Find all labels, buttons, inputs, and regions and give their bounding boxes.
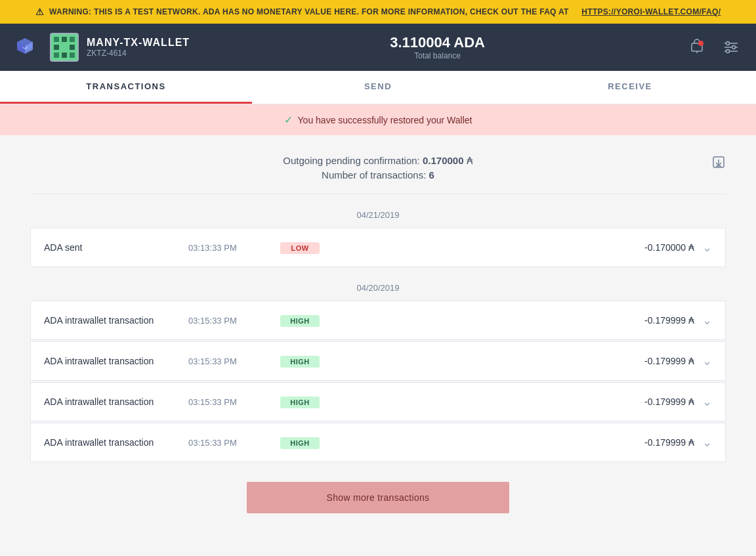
tx-type: ADA sent <box>44 242 188 253</box>
tx-badge-container: LOW <box>280 242 346 254</box>
svg-point-18 <box>726 50 730 53</box>
success-banner: ✓ You have successfully restored your Wa… <box>0 104 756 135</box>
show-more-container: Show more transactions <box>30 482 726 513</box>
tx-count-info: Number of transactions: 6 <box>322 169 434 181</box>
tx-time: 03:15:33 PM <box>188 438 280 448</box>
confidence-badge: HIGH <box>280 315 320 327</box>
confidence-badge: HIGH <box>280 356 320 368</box>
tx-badge-container: HIGH <box>280 355 346 368</box>
svg-rect-9 <box>70 53 75 58</box>
balance-amount: 3.110004 ADA <box>190 34 685 51</box>
export-button[interactable] <box>711 155 726 171</box>
confidence-badge: HIGH <box>280 437 320 449</box>
svg-rect-5 <box>62 45 67 50</box>
header: MANY-TX-WALLET ZKTZ-4614 3.110004 ADA To… <box>0 24 756 71</box>
tx-time: 03:15:33 PM <box>188 397 280 407</box>
header-icons <box>685 35 743 59</box>
tx-type: ADA intrawallet transaction <box>44 437 188 448</box>
tx-amount: -0.170000 ₳ <box>346 242 702 253</box>
tx-amount: -0.179999 ₳ <box>346 315 702 326</box>
expand-chevron[interactable]: ⌄ <box>702 435 712 450</box>
confidence-badge: HIGH <box>280 396 320 408</box>
wallet-avatar <box>50 33 79 62</box>
tx-time: 03:13:33 PM <box>188 243 280 253</box>
tab-receive[interactable]: RECEIVE <box>504 71 756 104</box>
pending-amount: 0.170000 <box>423 155 464 166</box>
transaction-summary: Outgoing pending confirmation: 0.170000 … <box>30 155 726 181</box>
tx-time: 03:15:33 PM <box>188 316 280 326</box>
tx-amount: -0.179999 ₳ <box>346 356 702 366</box>
wallet-info: MANY-TX-WALLET ZKTZ-4614 <box>87 37 190 58</box>
tx-amount: -0.179999 ₳ <box>346 437 702 448</box>
transaction-row[interactable]: ADA intrawallet transaction 03:15:33 PM … <box>30 382 726 421</box>
tx-type: ADA intrawallet transaction <box>44 356 188 366</box>
settings-button[interactable] <box>719 35 743 59</box>
ada-symbol: ₳ <box>688 315 694 326</box>
balance-label: Total balance <box>190 51 685 60</box>
tx-badge-container: HIGH <box>280 314 346 327</box>
date-group-1: 04/21/2019 <box>30 207 726 223</box>
svg-rect-6 <box>70 45 75 50</box>
notifications-button[interactable] <box>685 35 709 59</box>
svg-rect-7 <box>54 53 59 58</box>
transaction-row[interactable]: ADA sent 03:13:33 PM LOW -0.170000 ₳ ⌄ <box>30 228 726 267</box>
tx-badge-container: HIGH <box>280 396 346 408</box>
tx-count: 6 <box>429 169 434 181</box>
svg-rect-3 <box>70 37 75 42</box>
transaction-row[interactable]: ADA intrawallet transaction 03:15:33 PM … <box>30 341 726 381</box>
yoroi-logo <box>13 35 37 59</box>
warning-banner: ⚠ WARNING: THIS IS A TEST NETWORK. ADA H… <box>0 0 756 24</box>
transaction-row[interactable]: ADA intrawallet transaction 03:15:33 PM … <box>30 301 726 340</box>
expand-chevron[interactable]: ⌄ <box>702 240 712 255</box>
tx-type: ADA intrawallet transaction <box>44 315 188 326</box>
tx-badge-container: HIGH <box>280 437 346 449</box>
svg-point-11 <box>698 41 704 46</box>
wallet-id: ZKTZ-4614 <box>87 49 190 58</box>
main-content: Outgoing pending confirmation: 0.170000 … <box>17 135 739 540</box>
tx-type: ADA intrawallet transaction <box>44 396 188 407</box>
svg-rect-2 <box>62 37 67 42</box>
wallet-name: MANY-TX-WALLET <box>87 37 190 49</box>
tx-amount: -0.179999 ₳ <box>346 396 702 407</box>
tx-time: 03:15:33 PM <box>188 356 280 366</box>
svg-rect-8 <box>62 53 67 58</box>
confidence-badge: LOW <box>280 242 320 254</box>
svg-rect-4 <box>54 45 59 50</box>
pending-info: Outgoing pending confirmation: 0.170000 … <box>283 155 472 167</box>
date-group-2: 04/20/2019 <box>30 280 726 295</box>
ada-symbol-pending: ₳ <box>467 155 473 166</box>
show-more-button[interactable]: Show more transactions <box>247 482 509 513</box>
success-icon: ✓ <box>284 114 293 126</box>
tab-transactions[interactable]: TRANSACTIONS <box>0 71 252 104</box>
tx-count-label: Number of transactions: <box>322 169 426 181</box>
balance-section: 3.110004 ADA Total balance <box>190 34 685 60</box>
warning-text: WARNING: THIS IS A TEST NETWORK. ADA HAS… <box>49 7 569 16</box>
svg-point-16 <box>726 42 730 45</box>
ada-symbol: ₳ <box>688 242 694 253</box>
tabs: TRANSACTIONS SEND RECEIVE <box>0 71 756 104</box>
ada-symbol: ₳ <box>688 396 694 407</box>
expand-chevron[interactable]: ⌄ <box>702 395 712 409</box>
svg-point-17 <box>732 46 736 49</box>
ada-symbol: ₳ <box>688 437 694 448</box>
warning-link[interactable]: HTTPS://YOROI-WALLET.COM/FAQ/ <box>581 7 721 16</box>
expand-chevron[interactable]: ⌄ <box>702 313 712 328</box>
warning-icon: ⚠ <box>35 7 44 17</box>
expand-chevron[interactable]: ⌄ <box>702 354 712 368</box>
transaction-row[interactable]: ADA intrawallet transaction 03:15:33 PM … <box>30 423 726 462</box>
ada-symbol: ₳ <box>688 356 694 366</box>
svg-rect-1 <box>54 37 59 42</box>
summary-divider <box>30 194 726 194</box>
tab-send[interactable]: SEND <box>252 71 504 104</box>
success-message: You have successfully restored your Wall… <box>298 115 472 125</box>
pending-label: Outgoing pending confirmation: <box>283 155 419 166</box>
